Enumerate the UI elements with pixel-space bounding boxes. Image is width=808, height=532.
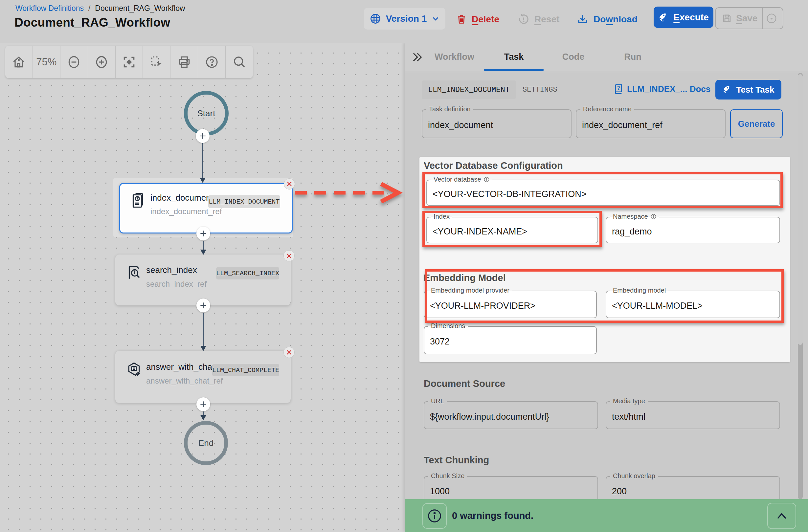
- home-button[interactable]: [5, 45, 33, 78]
- rocket-icon: [658, 12, 669, 23]
- print-icon: [177, 55, 191, 69]
- add-task-button[interactable]: [197, 298, 210, 312]
- add-task-button[interactable]: [197, 226, 210, 240]
- generate-button[interactable]: Generate: [730, 109, 783, 138]
- zoom-in-button[interactable]: [88, 45, 116, 78]
- save-options-button[interactable]: [762, 8, 781, 29]
- embedding-model-field[interactable]: Embedding model <YOUR-LLM-MODEL>: [606, 291, 780, 318]
- add-task-button[interactable]: [196, 129, 209, 143]
- docs-link[interactable]: LLM_INDEX_... Docs: [613, 83, 711, 95]
- embedding-section-heading: Embedding Model: [424, 273, 506, 283]
- search-button[interactable]: [226, 45, 253, 78]
- chunk-overlap-label: Chunk overlap: [610, 472, 658, 480]
- embedding-provider-label: Embedding model provider: [428, 287, 512, 294]
- add-task-button[interactable]: [197, 397, 210, 411]
- info-icon: [650, 214, 657, 220]
- remove-node-button[interactable]: [283, 347, 295, 358]
- index-label: Index: [431, 213, 452, 220]
- namespace-label: Namespace: [610, 213, 659, 220]
- test-task-button[interactable]: Test Task: [715, 80, 782, 99]
- namespace-field[interactable]: Namespace rag_demo: [606, 217, 780, 243]
- reference-name-value: index_document_ref: [582, 120, 662, 130]
- reset-button[interactable]: Reset: [517, 13, 559, 25]
- canvas-toolbar: 75%: [5, 45, 253, 78]
- workflow-canvas[interactable]: 75%: [0, 43, 405, 532]
- app-header: Workflow Definitions / Document_RAG_Work…: [0, 0, 808, 43]
- settings-subtab[interactable]: SETTINGS: [522, 80, 557, 99]
- chevron-down-circle-icon: [766, 13, 777, 24]
- execute-button[interactable]: Execute: [654, 6, 713, 28]
- app: Workflow Definitions / Document_RAG_Work…: [0, 0, 808, 532]
- save-label: Save: [736, 13, 757, 24]
- remove-node-button[interactable]: [283, 250, 295, 261]
- download-label: Download: [593, 14, 638, 25]
- active-tab-indicator: [484, 69, 544, 71]
- vector-embedding-card: Vector Database Configuration Vector dat…: [419, 157, 790, 362]
- task-definition-field[interactable]: Task definition index_document: [422, 109, 571, 138]
- version-dropdown-button[interactable]: Version 1: [364, 8, 445, 30]
- version-globe-hash-icon: [369, 13, 381, 25]
- vector-database-value: <YOUR-VECTOR-DB-INTEGRATION>: [433, 189, 587, 199]
- search-icon: [232, 55, 247, 69]
- embedding-provider-value: <YOUR-LLM-PROVIDER>: [430, 301, 535, 311]
- breadcrumb-root-link[interactable]: Workflow Definitions: [15, 4, 84, 13]
- save-button[interactable]: Save: [716, 8, 762, 29]
- close-icon: [287, 181, 292, 187]
- zoom-out-button[interactable]: [60, 45, 88, 78]
- help-icon: [205, 55, 219, 69]
- breadcrumb-separator: /: [88, 4, 90, 13]
- warnings-info-button[interactable]: [422, 503, 447, 529]
- tab-run[interactable]: Run: [603, 43, 662, 71]
- tab-task[interactable]: Task: [484, 43, 544, 71]
- select-mode-button[interactable]: [143, 45, 170, 78]
- print-button[interactable]: [170, 45, 198, 78]
- help-button[interactable]: [198, 45, 226, 78]
- index-value: <YOUR-INDEX-NAME>: [433, 226, 527, 237]
- index-field[interactable]: Index <YOUR-INDEX-NAME>: [426, 217, 598, 243]
- task-type-chip[interactable]: LLM_INDEX_DOCUMENT: [422, 80, 516, 99]
- plus-icon: [199, 400, 207, 408]
- expand-warnings-button[interactable]: [767, 503, 796, 529]
- zoom-in-icon: [94, 54, 109, 70]
- plus-icon: [199, 301, 207, 310]
- chevron-up-icon: [775, 511, 788, 521]
- delete-button[interactable]: Delete: [456, 13, 499, 25]
- embedding-model-label: Embedding model: [610, 287, 668, 294]
- annotation-arrow: [292, 182, 405, 203]
- url-label: URL: [428, 397, 447, 405]
- save-split-button: Save: [715, 7, 783, 29]
- chunk-overlap-value: 200: [612, 487, 627, 497]
- fit-to-screen-button[interactable]: [116, 45, 143, 78]
- media-type-field[interactable]: Media type text/html: [606, 401, 780, 429]
- home-icon: [12, 55, 26, 69]
- collapse-panel-button[interactable]: [410, 51, 423, 64]
- vector-database-field[interactable]: Vector database <YOUR-VECTOR-DB-INTEGRAT…: [426, 180, 780, 206]
- dimensions-field[interactable]: Dimensions 3072: [424, 326, 597, 354]
- download-button[interactable]: Download: [576, 13, 638, 25]
- plus-icon: [198, 132, 207, 140]
- media-type-value: text/html: [612, 412, 645, 422]
- tab-code[interactable]: Code: [544, 43, 603, 71]
- vector-database-label: Vector database: [431, 176, 492, 183]
- url-field[interactable]: URL ${workflow.input.documentUrl}: [424, 401, 598, 429]
- workflow-edges: [0, 43, 405, 532]
- reference-name-field[interactable]: Reference name index_document_ref: [576, 109, 726, 138]
- panel-scrollbar-thumb[interactable]: [798, 74, 803, 345]
- namespace-value: rag_demo: [612, 226, 652, 237]
- execute-label: Execute: [673, 12, 709, 23]
- warnings-message: 0 warnings found.: [452, 510, 533, 521]
- page-title: Document_RAG_Workflow: [15, 16, 170, 30]
- text-chunking-heading: Text Chunking: [424, 455, 489, 466]
- chunk-size-label: Chunk Size: [428, 472, 467, 480]
- info-circle-icon: [427, 508, 442, 524]
- task-config-panel: Workflow Task Code Run LLM_INDEX_DOCUMEN…: [405, 43, 808, 532]
- embedding-provider-field[interactable]: Embedding model provider <YOUR-LLM-PROVI…: [424, 291, 597, 318]
- chunk-size-value: 1000: [430, 487, 449, 497]
- document-source-heading: Document Source: [424, 378, 505, 389]
- zoom-level-button[interactable]: 75%: [33, 45, 60, 78]
- warnings-status-bar: 0 warnings found.: [405, 499, 808, 532]
- tab-workflow[interactable]: Workflow: [425, 43, 484, 71]
- task-definition-label: Task definition: [426, 105, 473, 113]
- select-mode-icon: [149, 55, 164, 69]
- close-icon: [286, 349, 292, 355]
